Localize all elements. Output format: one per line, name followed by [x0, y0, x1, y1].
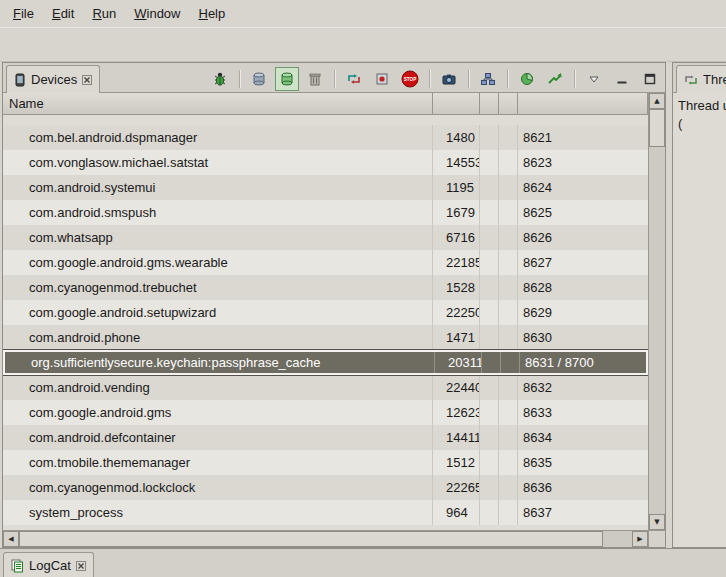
toolbar-separator — [468, 70, 469, 88]
process-pid: 1195 — [433, 175, 480, 200]
method-profiling-icon[interactable] — [370, 67, 394, 91]
view-menu-icon[interactable] — [582, 67, 606, 91]
process-row[interactable]: com.bel.android.dspmanager 1480 8621 — [3, 125, 648, 150]
process-row[interactable]: com.google.android.setupwizard 22250 862… — [3, 300, 648, 325]
threads-message-line-2: ( — [678, 115, 721, 133]
process-table: Name com.bel.android.dspmanager 1480 862… — [3, 93, 648, 530]
column-header-name[interactable]: Name — [3, 93, 433, 115]
process-name: system_process — [3, 500, 433, 525]
menu-run[interactable]: Run — [83, 1, 125, 26]
screen-capture-icon[interactable] — [437, 67, 461, 91]
threads-message-line-1: Thread up — [678, 97, 721, 115]
process-col-spacer-1 — [480, 375, 499, 400]
scroll-right-button[interactable]: ▶ — [632, 531, 648, 547]
process-col-spacer-2 — [499, 150, 518, 175]
horizontal-scroll-thumb[interactable] — [19, 531, 603, 547]
process-pid: 14553 — [433, 150, 480, 175]
process-port: 8634 — [518, 425, 648, 450]
process-name: org.sufficientlysecure.keychain:passphra… — [5, 352, 435, 373]
process-col-spacer-1 — [480, 125, 499, 150]
bottom-tab-bar: LogCat — [0, 548, 726, 577]
process-col-spacer-2 — [499, 225, 518, 250]
horizontal-scrollbar[interactable]: ◀ ▶ — [3, 530, 648, 547]
process-row[interactable]: com.android.vending 22440 8632 — [3, 375, 648, 400]
process-row[interactable]: com.cyanogenmod.trebuchet 1528 8628 — [3, 275, 648, 300]
process-pid: 1512 — [433, 450, 480, 475]
process-row[interactable]: com.android.phone 1471 8630 — [3, 325, 648, 350]
tab-devices-label: Devices — [31, 72, 77, 87]
process-row[interactable]: com.tmobile.thememanager 1512 8635 — [3, 450, 648, 475]
close-icon[interactable] — [76, 561, 86, 571]
column-header-pid[interactable] — [433, 93, 480, 115]
process-col-spacer-1 — [480, 200, 499, 225]
update-heap-icon[interactable] — [247, 67, 271, 91]
threads-tab-bar: Threads — [673, 63, 726, 93]
view-hierarchy-icon[interactable] — [476, 67, 500, 91]
process-col-spacer-2 — [499, 300, 518, 325]
process-col-spacer-1 — [480, 225, 499, 250]
tab-logcat[interactable]: LogCat — [3, 552, 94, 577]
process-row[interactable]: org.sufficientlysecure.keychain:passphra… — [3, 350, 648, 375]
scroll-down-button[interactable]: ▼ — [649, 514, 665, 530]
process-row[interactable]: com.google.android.gms 12623 8633 — [3, 400, 648, 425]
process-name: com.google.android.gms.wearable — [3, 250, 433, 275]
system-info-icon[interactable] — [515, 67, 539, 91]
tab-threads[interactable]: Threads — [676, 65, 726, 93]
process-name: com.cyanogenmod.trebuchet — [3, 275, 433, 300]
scroll-left-button[interactable]: ◀ — [3, 531, 19, 547]
stop-label: STOP — [404, 77, 416, 82]
process-pid: 964 — [433, 500, 480, 525]
process-port: 8633 — [518, 400, 648, 425]
process-col-spacer-1 — [480, 250, 499, 275]
dump-hprof-icon[interactable] — [275, 67, 299, 91]
process-row[interactable]: system_process 964 8637 — [3, 500, 648, 525]
process-row[interactable]: com.google.android.gms.wearable 22185 86… — [3, 250, 648, 275]
process-row[interactable]: com.android.smspush 1679 8625 — [3, 200, 648, 225]
arrow-up-icon: ▲ — [654, 98, 659, 105]
process-pid: 22250 — [433, 300, 480, 325]
process-pid: 1528 — [433, 275, 480, 300]
process-port: 8630 — [518, 325, 648, 350]
arrow-left-icon: ◀ — [8, 536, 13, 543]
column-header-port[interactable] — [518, 93, 648, 115]
process-col-spacer-1 — [480, 475, 499, 500]
process-row[interactable]: com.whatsapp 6716 8626 — [3, 225, 648, 250]
debug-icon[interactable] — [208, 67, 232, 91]
process-name: com.google.android.gms — [3, 400, 433, 425]
process-port: 8627 — [518, 250, 648, 275]
process-row[interactable]: com.vonglasow.michael.satstat 14553 8623 — [3, 150, 648, 175]
process-port: 8626 — [518, 225, 648, 250]
threads-content: Thread up ( — [673, 93, 726, 547]
menu-help[interactable]: Help — [189, 1, 234, 26]
process-col-spacer-2 — [499, 375, 518, 400]
menu-window[interactable]: Window — [125, 1, 189, 26]
process-col-spacer-1 — [480, 175, 499, 200]
process-port: 8623 — [518, 150, 648, 175]
start-tracing-icon[interactable] — [543, 67, 567, 91]
tab-devices[interactable]: Devices — [6, 65, 100, 93]
process-row[interactable]: com.android.defcontainer 14411 8634 — [3, 425, 648, 450]
process-port: 8629 — [518, 300, 648, 325]
process-col-spacer-2 — [499, 475, 518, 500]
scroll-up-button[interactable]: ▲ — [649, 93, 665, 109]
menu-edit[interactable]: Edit — [43, 1, 83, 26]
process-pid: 6716 — [433, 225, 480, 250]
process-name: com.android.defcontainer — [3, 425, 433, 450]
vertical-scrollbar[interactable]: ▲ ▼ — [648, 93, 665, 530]
menu-file[interactable]: File — [4, 1, 43, 26]
cause-gc-icon[interactable] — [303, 67, 327, 91]
process-name: com.google.android.setupwizard — [3, 300, 433, 325]
update-threads-icon[interactable] — [342, 67, 366, 91]
close-icon[interactable] — [82, 75, 92, 85]
column-header-spacer-2 — [499, 93, 518, 115]
stop-process-icon[interactable]: STOP — [398, 67, 422, 91]
process-col-spacer-1 — [480, 425, 499, 450]
process-row[interactable]: com.android.systemui 1195 8624 — [3, 175, 648, 200]
vertical-scroll-thumb[interactable] — [649, 109, 665, 147]
minimize-icon[interactable] — [610, 67, 634, 91]
process-port: 8637 — [518, 500, 648, 525]
process-row[interactable]: com.cyanogenmod.lockclock 22265 8636 — [3, 475, 648, 500]
maximize-icon[interactable] — [638, 67, 662, 91]
process-col-spacer-2 — [501, 352, 520, 373]
process-table-body: com.bel.android.dspmanager 1480 8621 com… — [3, 115, 648, 525]
